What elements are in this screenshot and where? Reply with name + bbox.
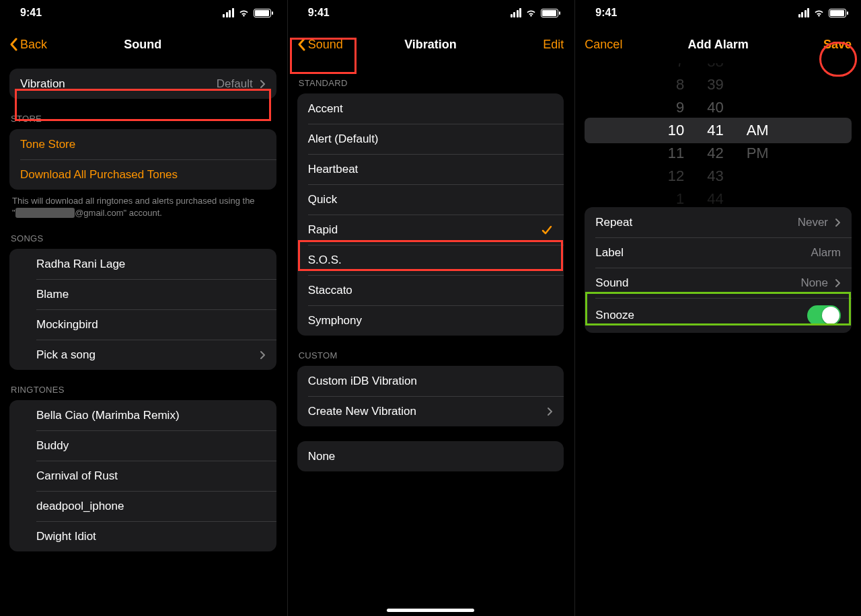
home-indicator[interactable]	[387, 609, 474, 612]
nav-title: Add Alarm	[652, 38, 784, 52]
ringtone-row[interactable]: Dwight Idiot	[9, 521, 276, 551]
nav-title: Sound	[77, 38, 209, 52]
song-row[interactable]: Mockingbird	[9, 309, 276, 340]
back-button[interactable]: Sound	[297, 38, 343, 52]
cellular-icon	[511, 8, 522, 17]
standard-header: STANDARD	[297, 63, 564, 93]
status-bar: 9:41	[575, 0, 861, 26]
label-row[interactable]: Label Alarm	[585, 237, 852, 268]
nav-bar: Sound Vibration Edit	[288, 26, 574, 63]
chevron-right-icon	[547, 407, 553, 416]
vibration-option[interactable]: Heartbeat	[297, 154, 564, 184]
custom-vibration-row[interactable]: Custom iDB Vibration	[297, 366, 564, 396]
vibration-option[interactable]: Alert (Default)	[297, 124, 564, 154]
status-time: 9:41	[595, 7, 617, 19]
edit-button[interactable]: Edit	[543, 38, 564, 52]
tone-store-row[interactable]: Tone Store	[9, 129, 276, 159]
time-picker[interactable]: 7 8 9 10 11 12 1 38 39 40 41 42 43	[585, 63, 852, 198]
vibration-row[interactable]: Vibration Default	[9, 69, 276, 99]
song-row[interactable]: Blame	[9, 279, 276, 309]
cancel-button[interactable]: Cancel	[585, 38, 622, 52]
status-time: 9:41	[20, 7, 42, 19]
ringtones-header: RINGTONES	[9, 370, 276, 400]
wifi-icon	[238, 9, 250, 17]
store-footer: This will download all ringtones and ale…	[9, 190, 276, 219]
nav-bar: Back Sound	[0, 26, 286, 63]
song-row[interactable]: Radha Rani Lage	[9, 249, 276, 279]
cellular-icon	[798, 8, 810, 17]
battery-icon	[254, 9, 271, 17]
chevron-right-icon	[835, 278, 841, 288]
vibration-option-selected[interactable]: Rapid	[297, 215, 564, 245]
nav-title: Vibration	[365, 38, 497, 52]
vibration-option[interactable]: Symphony	[297, 305, 564, 336]
checkmark-icon	[541, 224, 553, 236]
redacted-email: xxxxx	[15, 208, 75, 218]
vibration-option[interactable]: Quick	[297, 184, 564, 215]
cellular-icon	[223, 8, 234, 17]
download-all-row[interactable]: Download All Purchased Tones	[9, 159, 276, 190]
pick-song-row[interactable]: Pick a song	[9, 340, 276, 370]
vibration-label: Vibration	[20, 77, 210, 91]
wifi-icon	[525, 9, 537, 17]
snooze-row: Snooze	[585, 298, 852, 333]
none-row[interactable]: None	[297, 441, 564, 471]
status-bar: 9:41	[0, 0, 286, 26]
hour-column[interactable]: 7 8 9 10 11 12 1	[668, 63, 684, 209]
add-alarm-screen: 9:41 Cancel Add Alarm Save 7	[574, 0, 861, 616]
battery-icon	[541, 9, 558, 17]
ringtone-row[interactable]: Bella Ciao (Marimba Remix)	[9, 400, 276, 430]
wifi-icon	[813, 9, 825, 17]
nav-bar: Cancel Add Alarm Save	[575, 26, 861, 63]
chevron-right-icon	[835, 218, 841, 227]
chevron-right-icon	[260, 79, 266, 89]
custom-header: CUSTOM	[297, 336, 564, 366]
ringtone-row[interactable]: deadpool_iphone	[9, 491, 276, 521]
battery-icon	[829, 9, 846, 17]
vibration-screen: 9:41 Sound Vibration Edit STANDARD	[287, 0, 574, 616]
store-header: STORE	[9, 99, 276, 129]
create-vibration-row[interactable]: Create New Vibration	[297, 396, 564, 426]
vibration-option[interactable]: S.O.S.	[297, 245, 564, 275]
ampm-column[interactable]: . . . AM PM . .	[747, 63, 769, 209]
chevron-right-icon	[260, 350, 266, 360]
repeat-row[interactable]: Repeat Never	[585, 207, 852, 237]
sound-screen: 9:41 Back Sound Vi	[0, 0, 286, 616]
save-button[interactable]: Save	[823, 38, 852, 52]
ringtone-row[interactable]: Carnival of Rust	[9, 461, 276, 491]
status-bar: 9:41	[288, 0, 574, 26]
ringtone-row[interactable]: Buddy	[9, 430, 276, 461]
minute-column[interactable]: 38 39 40 41 42 43 44	[707, 63, 723, 209]
vibration-option[interactable]: Accent	[297, 93, 564, 124]
vibration-value: Default	[217, 77, 253, 91]
vibration-option[interactable]: Staccato	[297, 275, 564, 305]
snooze-toggle[interactable]	[807, 305, 841, 325]
sound-row[interactable]: Sound None	[585, 268, 852, 298]
back-button[interactable]: Back	[9, 38, 47, 52]
songs-header: SONGS	[9, 219, 276, 249]
status-time: 9:41	[308, 7, 330, 19]
